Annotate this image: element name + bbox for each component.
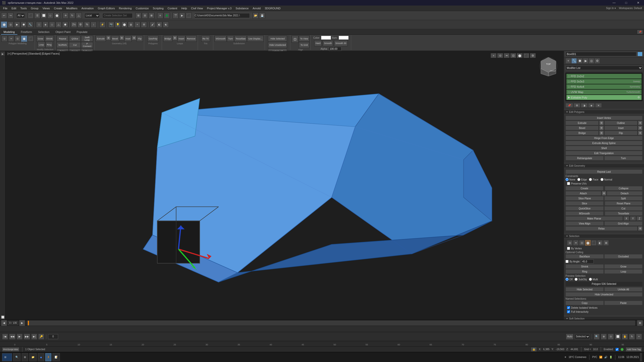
modifier-list-dropdown[interactable]: Modifier List [566,66,642,70]
menu-create[interactable]: Create [52,6,64,11]
inset-settings-small-btn[interactable]: ⚙ [638,126,642,130]
preview-subobj-label[interactable]: SubObj [575,278,587,281]
menu-project-manager[interactable]: Project Manager v.3 [205,6,234,11]
select-by-name-btn[interactable]: ☰ [34,13,40,19]
select-obj-btn[interactable]: ⬛ [28,13,34,19]
hide-unselected-ribbon-btn[interactable]: Hide Unselected [268,42,287,48]
mirror-btn[interactable]: ⊞ [135,13,141,19]
start-btn[interactable]: ⊞ [2,353,12,361]
hier-btn[interactable]: ⬢ [21,22,27,28]
constraint-edge-radio[interactable] [577,178,580,181]
menu-animation[interactable]: Animation [79,6,96,11]
constraint-normal-radio[interactable] [600,178,603,181]
preview-multi-radio[interactable] [589,278,592,281]
preview-off-label[interactable]: Off [566,278,573,281]
cut-btn[interactable]: Cut [69,42,81,48]
make-planar-icon-btn[interactable]: ⊡ [292,36,299,43]
cut-geo-btn[interactable]: Cut [604,206,642,211]
auto-key-btn[interactable]: Auto [566,334,574,340]
menu-tools[interactable]: Tools [18,6,29,11]
scale-btn[interactable]: △ [76,13,82,19]
tab-populate[interactable]: Populate [74,29,90,35]
flip-settings-btn[interactable]: ⚙ [638,131,642,135]
pin-stack-btn[interactable]: 📌 [566,103,573,108]
sel-border-icon-btn[interactable]: ⊡ [579,240,585,246]
copy-sel-btn[interactable]: Copy [566,301,604,305]
to-grid-btn[interactable]: To Grid [299,42,309,48]
sel-elem-icon-btn[interactable]: ⬛ [591,240,597,246]
del-isolated-check[interactable] [567,306,570,309]
extrude-ribbon-btn[interactable]: Extrude [96,36,106,42]
hard-btn[interactable]: Hard [314,40,322,46]
menu-civil-view[interactable]: Civil View [189,6,205,11]
stack-item-ffd2x2x2[interactable]: □FFD 2x2x2 [566,74,642,79]
edit-polygons-section-header[interactable]: Edit Polygons [564,110,644,114]
hide-sel-btn[interactable]: Hide Selected [566,287,604,292]
pose-btn[interactable]: ☯ [163,22,169,28]
menu-3dground[interactable]: 3DGROUND [263,6,283,11]
display-panel-btn[interactable]: ◎ [589,58,594,64]
paxscript-btn[interactable]: PAXScript Mini [2,347,19,352]
align-btn[interactable]: ⊟ [142,13,148,19]
unhide-all-btn[interactable]: Unhide All [604,287,642,292]
slice-plane-btn[interactable]: Slice Plane [566,196,604,201]
selection-filter-dropdown[interactable]: All [16,13,25,18]
ref-coord-dropdown[interactable]: Local World View [85,13,100,18]
tab-modeling[interactable]: Modeling [1,29,17,35]
next-frame-btn[interactable]: ▶▶ [24,334,30,340]
loop-btn[interactable]: Loop [37,42,45,48]
inset-settings-btn[interactable]: ⚙ [132,36,136,40]
menu-views[interactable]: Views [41,6,52,11]
constraint-face-radio[interactable] [589,178,592,181]
attach-geo-btn[interactable]: Attach [566,191,601,196]
remove-btn[interactable]: Remove [186,36,197,42]
constraint-edge-label[interactable]: Edge [577,178,587,181]
constraint-face-label[interactable]: Face [589,178,598,181]
bridge-ribbon-btn[interactable]: Bridge [163,36,172,42]
light-btn[interactable]: 💡 [115,22,121,28]
snap-spin-btn[interactable]: ↕ [91,22,97,28]
utility-panel-btn[interactable]: ⚙ [594,58,600,64]
vp-elem-btn[interactable]: ⬛ [523,53,529,58]
sel-extra-btn1[interactable]: ◐ [597,240,603,246]
menu-modifiers[interactable]: Modifiers [64,6,79,11]
grow-btn[interactable]: Grow [36,36,45,42]
sel-vertex-icon-btn[interactable]: ⊙ [567,240,573,246]
outline-settings-btn[interactable]: ⚙ [638,121,642,125]
btn2c[interactable]: ◇ [49,22,55,28]
hide-unsel-btn[interactable]: Hide Unselected [566,292,642,297]
insert-btn[interactable]: Insert [177,36,186,42]
menu-arnold[interactable]: Arnold [251,6,263,11]
preview-multi-label[interactable]: Multi [589,278,598,281]
menu-customize[interactable]: Customize [134,6,151,11]
vp-vertex-btn[interactable]: ⊙ [497,53,503,58]
slice-btn[interactable]: Slice [566,201,603,206]
menu-group[interactable]: Group [29,6,41,11]
bevel-ribbon-btn[interactable]: Bevel [111,36,119,42]
view-align-btn[interactable]: View Align [566,221,604,226]
turn-btn[interactable]: Turn [604,156,642,160]
left-sb-bottom-btn[interactable]: ⬜ [1,315,5,319]
time-input[interactable] [48,334,58,339]
vp-face-btn[interactable]: ⬤ [517,53,523,58]
turn-ribbon-btn[interactable]: Turn [227,36,234,42]
quickslice-btn[interactable]: QuickSlice [566,206,604,211]
taskbar-explorer-btn[interactable]: 📁 [29,353,37,361]
util-btn[interactable]: 🔧 [27,22,33,28]
stack-item-editable-poly[interactable]: ▶Editable Poly ⚙ [566,95,642,100]
backface-btn[interactable]: Backface [566,254,604,259]
object-name-input[interactable] [566,52,636,56]
sel-border-btn[interactable]: ⊡ [15,36,21,42]
make-planar-geo-btn[interactable]: Make Planar [566,216,623,221]
constraint-none-label[interactable]: None [566,178,575,181]
paint-btn[interactable]: 🖌 [150,22,156,28]
bevel-settings-btn[interactable]: ⚙ [119,36,124,40]
maximize-btn[interactable]: □ [620,0,632,6]
menu-file[interactable]: File [1,6,10,11]
configure-btn[interactable]: ⚙ [574,103,580,108]
taskbar-3dsmax-btn[interactable]: 3 [45,353,51,361]
make-planar-y-btn[interactable]: Y [630,216,636,221]
use-displac-btn[interactable]: Use Displac... [247,36,264,42]
layer-btn[interactable]: ≡ [157,13,163,19]
menu-content[interactable]: Content [166,6,179,11]
